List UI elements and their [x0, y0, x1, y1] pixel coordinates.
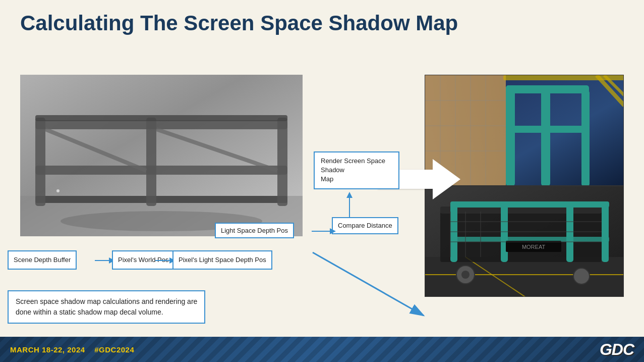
svg-rect-10 — [35, 115, 287, 121]
arrow-light-to-compare — [312, 231, 331, 232]
svg-rect-26 — [581, 90, 590, 186]
compare-distance-label: Compare Distance — [338, 222, 392, 229]
arrow-depth-to-world — [95, 260, 110, 261]
render-bottom-svg: MOREAT — [425, 186, 624, 297]
svg-rect-2 — [35, 120, 287, 129]
svg-rect-4 — [35, 196, 287, 203]
svg-rect-33 — [425, 257, 624, 297]
info-text: Screen space shadow map calculations and… — [16, 297, 197, 316]
svg-rect-5 — [35, 118, 45, 206]
footer-date: MARCH 18-22, 2024 — [10, 345, 85, 354]
footer-logo: GDC — [600, 340, 634, 359]
scene-depth-buffer-label: Scene Depth Buffer — [14, 256, 71, 264]
grayscale-scaffold-svg — [20, 75, 303, 236]
svg-rect-25 — [541, 85, 550, 186]
svg-point-45 — [461, 271, 470, 279]
pixels-light-space-box: Pixel's Light Space Depth Pos — [172, 250, 272, 270]
right-image-bottom: MOREAT — [425, 186, 624, 297]
svg-rect-37 — [440, 206, 602, 214]
render-shadow-map-box: Render Screen Space ShadowMap — [314, 151, 399, 189]
footer-date-hashtag: MARCH 18-22, 2024 #GDC2024 — [10, 345, 134, 354]
scene-depth-buffer-box: Scene Depth Buffer — [8, 250, 77, 270]
svg-rect-41 — [602, 201, 609, 262]
info-box: Screen space shadow map calculations and… — [8, 290, 205, 324]
left-image — [20, 75, 303, 236]
footer: MARCH 18-22, 2024 #GDC2024 GDC — [0, 337, 644, 362]
arrow-world-to-light — [155, 260, 170, 261]
svg-rect-27 — [506, 85, 589, 93]
svg-rect-42 — [450, 201, 609, 208]
pixels-light-space-label: Pixel's Light Space Depth Pos — [179, 256, 266, 264]
render-shadow-map-label: Render Screen Space ShadowMap — [321, 157, 385, 183]
svg-rect-28 — [506, 126, 589, 133]
svg-point-46 — [573, 268, 590, 284]
svg-text:MOREAT: MOREAT — [522, 244, 546, 250]
light-space-depth-pos-label: Light Space Depth Pos — [221, 227, 288, 234]
svg-point-12 — [56, 189, 60, 192]
compare-distance-box: Compare Distance — [332, 217, 398, 234]
light-space-depth-pos-box: Light Space Depth Pos — [215, 223, 294, 238]
svg-rect-7 — [277, 118, 287, 206]
footer-hashtag: #GDC2024 — [94, 345, 134, 354]
svg-rect-6 — [146, 118, 156, 206]
page-title: Calculating The Screen Space Shadow Map — [0, 0, 644, 40]
gdc-logo-text: GDC — [600, 340, 634, 358]
svg-line-56 — [313, 252, 424, 316]
svg-rect-24 — [506, 85, 515, 186]
svg-rect-3 — [35, 166, 287, 175]
